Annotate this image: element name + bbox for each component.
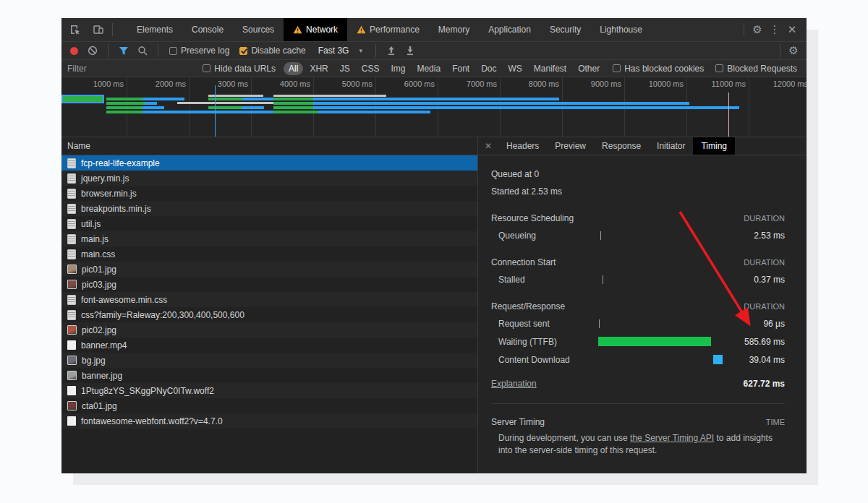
close-details-icon[interactable]: ✕	[478, 137, 498, 155]
tab-label: Console	[192, 25, 224, 35]
timing-section-title: Connection Start	[491, 257, 744, 267]
request-row[interactable]: pic03.jpg	[61, 277, 477, 292]
throttling-value: Fast 3G	[318, 46, 349, 56]
duration-column-label: DURATION	[744, 214, 785, 223]
request-name: fcp-real-life-example	[81, 158, 160, 168]
blocked-requests-checkbox[interactable]: Blocked Requests	[715, 64, 797, 74]
request-name: banner.mp4	[81, 340, 127, 351]
device-toolbar-icon[interactable]	[89, 20, 108, 39]
details-tab-preview[interactable]: Preview	[547, 137, 594, 155]
timeline-tick-label: 5000 ms	[329, 79, 373, 88]
request-row[interactable]: main.js	[61, 231, 477, 246]
divider	[744, 23, 744, 36]
hide-data-urls-checkbox[interactable]: Hide data URLs	[203, 64, 276, 74]
tab-security[interactable]: Security	[540, 18, 590, 41]
tab-application[interactable]: Application	[479, 18, 540, 41]
filter-pill-media[interactable]: Media	[412, 62, 446, 75]
disable-cache-checkbox[interactable]: Disable cache	[239, 46, 305, 56]
timing-duration-value: 585.69 ms	[733, 337, 785, 347]
details-tab-initiator[interactable]: Initiator	[649, 137, 693, 155]
filter-pill-img[interactable]: Img	[386, 62, 410, 75]
filter-pill-doc[interactable]: Doc	[476, 62, 501, 75]
waterfall-bar	[208, 106, 264, 109]
has-blocked-cookies-checkbox[interactable]: Has blocked cookies	[613, 64, 704, 74]
request-row[interactable]: font-awesome.min.css	[61, 292, 477, 307]
filter-pill-ws[interactable]: WS	[503, 62, 527, 75]
tab-memory[interactable]: Memory	[429, 18, 479, 41]
request-row[interactable]: fcp-real-life-example	[61, 155, 477, 171]
tab-performance[interactable]: Performance	[347, 18, 429, 41]
network-toolbar: Preserve log Disable cache Fast 3G ▾ ⚙	[61, 42, 807, 60]
preserve-log-checkbox[interactable]: Preserve log	[169, 46, 229, 56]
settings-gear-icon[interactable]: ⚙	[749, 23, 766, 36]
request-row[interactable]: banner.mp4	[61, 338, 477, 353]
explanation-link[interactable]: Explanation	[491, 379, 537, 389]
img-file-icon	[67, 371, 77, 380]
name-column-header[interactable]: Name	[61, 137, 477, 155]
request-row[interactable]: pic02.jpg	[61, 322, 477, 338]
filter-pill-css[interactable]: CSS	[357, 62, 385, 75]
filter-pill-js[interactable]: JS	[335, 62, 355, 75]
request-row[interactable]: breakpoints.min.js	[61, 201, 477, 216]
timing-track	[598, 319, 726, 329]
tab-console[interactable]: Console	[182, 18, 233, 41]
timing-track	[598, 275, 726, 285]
export-har-icon[interactable]	[402, 43, 418, 58]
waterfall-bar	[273, 98, 559, 100]
record-network-log-icon[interactable]	[66, 43, 82, 58]
devtools-window: ElementsConsoleSourcesNetworkPerformance…	[61, 18, 807, 473]
tab-network[interactable]: Network	[284, 18, 347, 41]
filter-funnel-icon[interactable]	[116, 43, 132, 58]
timeline-tick-label: 8000 ms	[516, 79, 559, 88]
filter-input[interactable]	[67, 63, 195, 74]
request-name: bg.jpg	[82, 356, 106, 366]
search-icon[interactable]	[135, 43, 150, 58]
filter-pill-manifest[interactable]: Manifest	[529, 62, 571, 75]
timing-duration-value: 96 µs	[733, 319, 785, 329]
filter-pill-xhr[interactable]: XHR	[305, 62, 333, 75]
filter-pill-font[interactable]: Font	[447, 62, 475, 75]
request-row[interactable]: jquery.min.js	[61, 171, 477, 186]
waterfall-bar	[106, 102, 157, 105]
server-timing-api-link[interactable]: the Server Timing API	[630, 433, 714, 443]
timing-duration-value: 0.37 ms	[733, 275, 785, 285]
import-har-icon[interactable]	[383, 43, 399, 58]
throttling-select[interactable]: Fast 3G ▾	[318, 46, 362, 56]
tab-sources[interactable]: Sources	[233, 18, 284, 41]
tab-elements[interactable]: Elements	[127, 18, 182, 41]
request-row[interactable]: browser.min.js	[61, 186, 477, 201]
request-row[interactable]: 1Ptug8zYS_SKggPNyC0ITw.woff2	[61, 383, 477, 398]
doc-file-icon	[67, 295, 76, 305]
request-row[interactable]: css?family=Raleway:200,300,400,500,600	[61, 307, 477, 322]
tab-label: Performance	[370, 25, 420, 35]
inspect-element-icon[interactable]	[66, 20, 85, 39]
img-file-icon	[67, 280, 77, 289]
request-name: pic02.jpg	[82, 325, 116, 335]
details-tab-response[interactable]: Response	[594, 137, 649, 155]
timeline-tick-label: 10000 ms	[640, 79, 684, 88]
network-overview-timeline[interactable]: 1000 ms2000 ms3000 ms4000 ms5000 ms6000 …	[61, 77, 807, 137]
request-row[interactable]: bg.jpg	[61, 353, 477, 368]
request-row[interactable]: main.css	[61, 246, 477, 262]
request-row[interactable]: banner.jpg	[61, 368, 477, 383]
filter-pill-other[interactable]: Other	[573, 62, 605, 75]
close-icon[interactable]: ✕	[783, 23, 801, 36]
request-row[interactable]: cta01.jpg	[61, 398, 477, 413]
filter-pill-all[interactable]: All	[284, 62, 303, 75]
clear-network-log-icon[interactable]	[85, 43, 101, 58]
kebab-menu-icon[interactable]: ⋮	[766, 23, 783, 36]
details-tab-headers[interactable]: Headers	[498, 137, 547, 155]
waterfall-bar	[208, 95, 263, 97]
request-row[interactable]: fontawesome-webfont.woff2?v=4.7.0	[61, 413, 477, 429]
timing-row: Waiting (TTFB)585.69 ms	[491, 332, 785, 351]
details-tab-timing[interactable]: Timing	[693, 137, 735, 155]
network-settings-gear-icon[interactable]: ⚙	[785, 44, 802, 57]
divider	[491, 403, 785, 404]
tab-lighthouse[interactable]: Lighthouse	[590, 18, 652, 41]
timing-duration-bar	[713, 355, 723, 364]
request-row[interactable]: util.js	[61, 216, 477, 231]
request-name: banner.jpg	[82, 371, 122, 381]
divider	[780, 44, 780, 57]
request-row[interactable]: pic01.jpg	[61, 262, 477, 277]
blank-file-icon	[67, 340, 76, 350]
